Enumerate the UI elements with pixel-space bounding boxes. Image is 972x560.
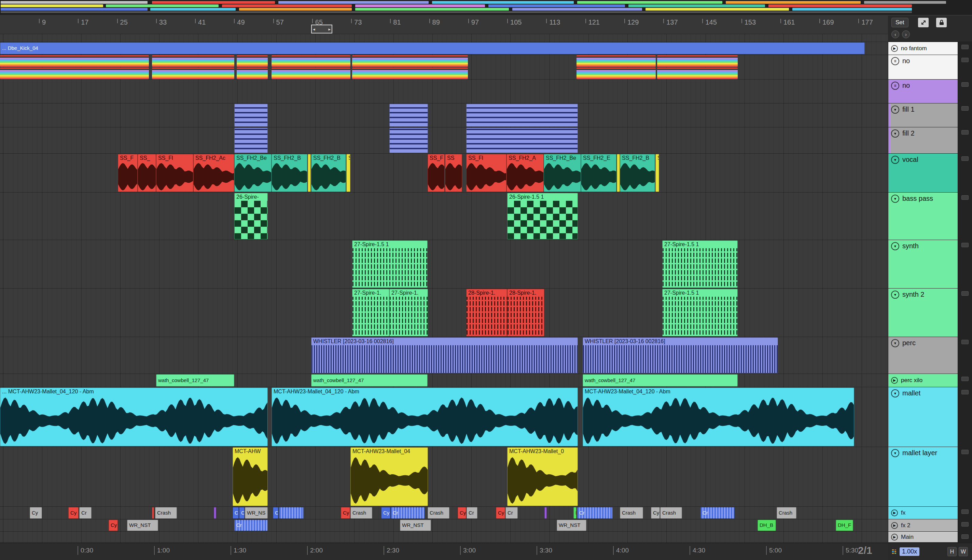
clip-wath-cowbell-127-47[interactable]: wath_cowbell_127_47 [311,374,428,387]
set-button[interactable]: Set [891,18,909,27]
clip-crash[interactable]: Crash [350,507,372,519]
clip-ss-fh2-b[interactable]: SS_FH2_B [620,154,655,192]
track-meter-box[interactable] [961,450,969,454]
track-meter-box[interactable] [961,130,969,135]
track-row-synth-2-8[interactable]: 27-Spire-1.27-Spire-1.28-Spire-1.28-Spir… [0,288,888,337]
track-meter-box[interactable] [961,522,969,527]
track-row-synth-7[interactable]: 27-Spire-1.5 127-Spire-1.5 1 [0,240,888,288]
track-meter-box[interactable] [961,377,969,381]
track-row-vocal-5[interactable]: SS_FSS_SS_FlSS_FH2_AcSS_FH2_BeSS_FH2_BSS… [0,154,888,193]
clip-segment[interactable] [279,507,303,519]
clip-cy[interactable]: Cy [458,507,466,519]
track-meter-box[interactable] [961,340,969,344]
clip-segment[interactable] [237,55,268,67]
clip-ss-fh2-a[interactable]: SS_FH2_A [507,154,544,192]
clip-27-spire-1[interactable]: 27-Spire-1. [352,289,389,336]
clip-dbe-kick-04[interactable]: ... Dbe_Kick_04 [0,42,865,54]
clip-cy[interactable]: Cy [381,507,390,519]
clip-segment[interactable] [234,104,268,127]
clip-cr[interactable]: Cr [79,507,92,519]
clip-segment[interactable] [544,507,547,519]
clip-ss-fh2-e[interactable]: SS_FH2_E [581,154,617,192]
track-header-fill-2-4[interactable]: ▾fill 2 [888,127,958,154]
clip-ss-fh2-b[interactable]: SS_FH2_B [272,154,307,192]
clip-whistler-2023-03-16-002816[interactable]: WHISTLER [2023-03-16 002816] [583,337,778,373]
track-row-no-fantom-0[interactable]: ... Dbe_Kick_04 [0,42,888,55]
clip-crash[interactable]: Crash [428,507,449,519]
clip-cr[interactable]: Cr [273,507,278,519]
clip-26-spire-1-5-1[interactable]: 26-Spire-1.5 1 [507,193,578,239]
clip-crash[interactable]: Crash [777,507,797,519]
clip-cy[interactable]: Cy [30,507,42,519]
fold-chevron-icon[interactable]: ▾ [891,105,899,114]
track-header-no-fantom-0[interactable]: ▶no fantom [888,42,958,55]
clip-ss[interactable]: SS [445,154,462,192]
beat-time-ruler[interactable]: ◂ ▸ 917253341495765738189971051131211291… [0,16,888,34]
track-header-main-15[interactable]: ▶Main [888,532,958,543]
clip-cr[interactable]: Cr [239,507,245,519]
fold-chevron-icon[interactable]: ▾ [891,195,899,203]
track-row-no-1[interactable] [0,55,888,80]
track-header-perc-9[interactable]: ▾perc [888,337,958,374]
forward-arrow-button[interactable]: › [902,30,910,38]
clip-segment[interactable] [272,68,350,79]
expand-button[interactable] [918,18,929,27]
track-meter-box[interactable] [961,106,969,111]
clip-cy[interactable]: Cy [68,507,78,519]
track-row-no-2[interactable] [0,80,888,103]
clip-segment[interactable] [577,68,656,79]
track-row-perc-xilo-10[interactable]: wath_cowbell_127_47wath_cowbell_127_47wa… [0,374,888,387]
fit-width-button[interactable]: W [959,547,968,556]
play-circle-icon[interactable]: ▶ [891,45,898,52]
track-header-fill-1-3[interactable]: ▾fill 1 [888,103,958,127]
clip-cy[interactable]: Cy [108,520,118,531]
clip-segment[interactable] [234,128,268,153]
track-meter-box[interactable] [961,58,969,62]
clip-cy[interactable]: Cy [651,507,660,519]
clip-segment[interactable] [657,55,738,67]
clip-crash[interactable]: Crash [620,507,643,519]
clip-segment[interactable] [617,154,620,192]
clip-mct-ahw[interactable]: MCT-AHW [233,447,268,506]
clip-cr[interactable]: Cr [505,507,518,519]
clip-cr[interactable]: Cr [234,520,268,531]
track-header-mallet-11[interactable]: ▾mallet [888,387,958,447]
clip-cr[interactable]: Cr [391,507,425,519]
clip-ss-fh2-ac[interactable]: SS_FH2_Ac [193,154,234,192]
track-header-synth-7[interactable]: ▾synth [888,240,958,288]
clip-27-spire-1-5-1[interactable]: 27-Spire-1.5 1 [352,240,428,288]
track-row-bass-pass-6[interactable]: 26-Spire-26-Spire-1.5 1 [0,193,888,240]
fold-chevron-icon[interactable]: ▾ [891,156,899,164]
clip-dh-f[interactable]: DH_F [836,520,853,531]
arrangement-overview[interactable] [0,0,972,15]
play-circle-icon[interactable]: ▶ [891,534,898,540]
clip-crash[interactable]: Crash [660,507,682,519]
clip-cy[interactable]: Cy [233,507,239,519]
track-header-no-2[interactable]: ≡no [888,80,958,103]
clip-segment[interactable] [0,68,149,79]
fold-chevron-icon[interactable]: ▾ [891,129,899,138]
fold-chevron-icon[interactable]: ▾ [891,449,899,457]
clip-27-spire-1-5-1[interactable]: 27-Spire-1.5 1 [662,289,738,336]
clip-segment[interactable] [152,55,234,67]
back-arrow-button[interactable]: ‹ [891,30,899,38]
fit-height-button[interactable]: H [947,547,957,556]
clip-d[interactable]: D [574,507,577,519]
clip-mct-ahw23-mallet-04-120-abm[interactable]: MCT-AHW23-Mallet_04_120 - Abm [583,388,854,446]
track-row-mallet-layer-12[interactable]: MCT-AHWMCT-AHW23-Mallet_04MCT-AHW23-Mall… [0,447,888,507]
fold-chevron-icon[interactable]: ▾ [891,242,899,250]
clip-wr-nst[interactable]: WR_NST [400,520,431,531]
clip-ss-fh2-be[interactable]: SS_FH2_Be [234,154,272,192]
clip-s[interactable]: S [655,154,659,192]
play-circle-icon[interactable]: ▶ [891,510,898,516]
clip-mct-ahw23-mallet-04-120-abm[interactable]: MCT-AHW23-Mallet_04_120 - Abm [272,388,578,446]
track-meter-box[interactable] [961,510,969,514]
clip-crash[interactable]: Crash [155,507,177,519]
clip-segment[interactable] [577,55,656,67]
fold-chevron-icon[interactable]: ▾ [891,291,899,299]
clip-wr-nst[interactable]: WR_NST [557,520,587,531]
lock-button[interactable] [936,18,947,27]
track-header-mallet-layer-12[interactable]: ▾mallet layer [888,447,958,507]
clip-cr[interactable]: Cr [467,507,477,519]
track-meter-box[interactable] [961,157,969,161]
